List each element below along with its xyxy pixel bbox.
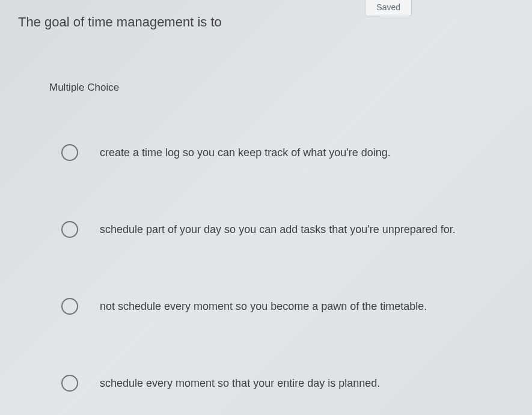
- option-text: create a time log so you can keep track …: [100, 147, 391, 159]
- options-list: create a time log so you can keep track …: [61, 144, 520, 392]
- option-text: schedule every moment so that your entir…: [100, 377, 380, 390]
- option-row[interactable]: schedule part of your day so you can add…: [61, 221, 520, 238]
- option-row[interactable]: schedule every moment so that your entir…: [61, 375, 520, 392]
- option-row[interactable]: create a time log so you can keep track …: [61, 144, 520, 161]
- radio-icon[interactable]: [61, 298, 78, 315]
- radio-icon[interactable]: [61, 375, 78, 392]
- question-stem: The goal of time management is to: [18, 14, 222, 30]
- radio-icon[interactable]: [61, 144, 78, 161]
- saved-badge: Saved: [365, 0, 412, 16]
- question-type-label: Multiple Choice: [49, 82, 119, 94]
- option-text: not schedule every moment so you become …: [100, 300, 427, 313]
- option-row[interactable]: not schedule every moment so you become …: [61, 298, 520, 315]
- option-text: schedule part of your day so you can add…: [100, 223, 456, 236]
- radio-icon[interactable]: [61, 221, 78, 238]
- saved-label: Saved: [376, 2, 400, 12]
